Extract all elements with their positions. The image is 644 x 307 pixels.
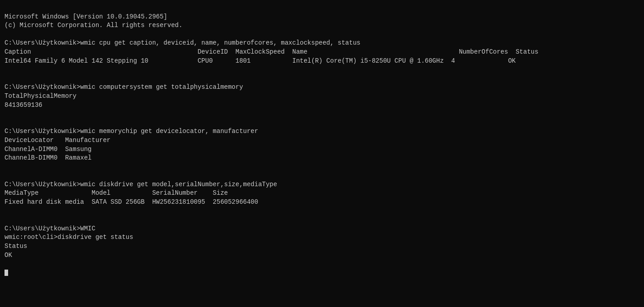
line-12: ChannelB-DIMM0 Ramaxel bbox=[5, 154, 639, 163]
line-2: (c) Microsoft Corporation. All rights re… bbox=[5, 21, 639, 30]
blank-5 bbox=[5, 119, 639, 128]
blank-7 bbox=[5, 171, 639, 180]
blank-8 bbox=[5, 207, 639, 216]
blank-3 bbox=[5, 74, 639, 83]
line-18: Status bbox=[5, 242, 639, 251]
cursor-line bbox=[5, 269, 639, 278]
line-5: Intel64 Family 6 Model 142 Stepping 10 C… bbox=[5, 57, 639, 66]
line-3: C:\Users\Użytkownik>wmic cpu get caption… bbox=[5, 39, 639, 48]
line-11: ChannelA-DIMM0 Samsung bbox=[5, 145, 639, 154]
line-1: Microsoft Windows [Version 10.0.19045.29… bbox=[5, 13, 639, 22]
line-10: DeviceLocator Manufacturer bbox=[5, 136, 639, 145]
blank-4 bbox=[5, 110, 639, 119]
blank-10 bbox=[5, 260, 639, 269]
blank-2 bbox=[5, 65, 639, 74]
terminal-cursor bbox=[5, 270, 8, 276]
blank-1 bbox=[5, 30, 639, 39]
line-7: TotalPhysicalMemory bbox=[5, 92, 639, 101]
line-19: OK bbox=[5, 251, 639, 260]
line-16: C:\Users\Użytkownik>WMIC bbox=[5, 225, 639, 234]
blank-9 bbox=[5, 215, 639, 225]
line-13: C:\Users\Użytkownik>wmic diskdrive get m… bbox=[5, 180, 639, 189]
line-15: Fixed hard disk media SATA SSD 256GB HW2… bbox=[5, 198, 639, 207]
line-17: wmic:root\cli>diskdrive get status bbox=[5, 233, 639, 242]
line-4: Caption DeviceID MaxClockSpeed Name Numb… bbox=[5, 48, 639, 57]
line-9: C:\Users\Użytkownik>wmic memorychip get … bbox=[5, 127, 639, 136]
line-14: MediaType Model SerialNumber Size bbox=[5, 189, 639, 198]
line-8: 8413659136 bbox=[5, 101, 639, 110]
line-6: C:\Users\Użytkownik>wmic computersystem … bbox=[5, 83, 639, 92]
terminal-window: Microsoft Windows [Version 10.0.19045.29… bbox=[5, 4, 639, 277]
blank-6 bbox=[5, 163, 639, 172]
